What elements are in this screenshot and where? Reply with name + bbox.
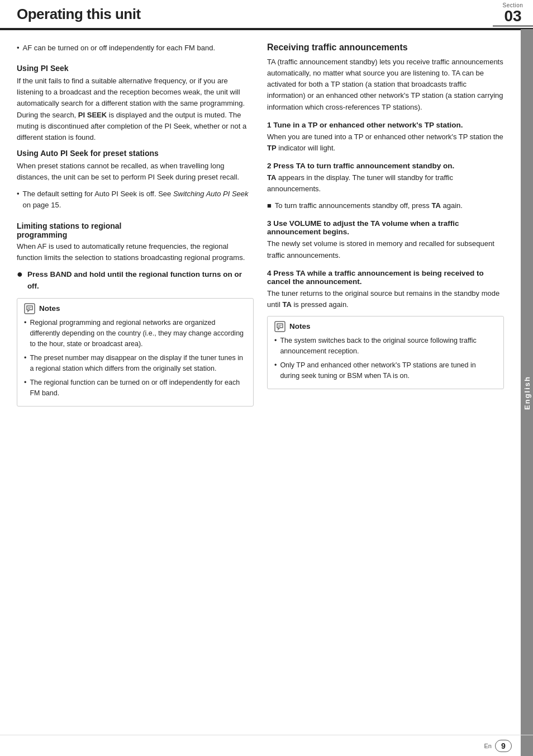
right-note-1: • The system switches back to the origin… (274, 336, 497, 357)
right-notes-list: • The system switches back to the origin… (274, 336, 497, 382)
step3-body: The newly set volume is stored in memory… (267, 238, 504, 261)
left-column: • AF can be turned on or off independent… (17, 42, 254, 728)
auto-pi-heading: Using Auto PI Seek for preset stations (17, 149, 254, 158)
right-note-2-text: Only TP and enhanced other network's TP … (280, 360, 497, 382)
right-notes-box: Notes • The system switches back to the … (267, 316, 504, 390)
step4-body: The tuner returns to the original source… (267, 288, 504, 310)
left-note-3-text: The regional function can be turned on o… (30, 377, 246, 399)
left-note-1: • Regional programming and regional netw… (24, 318, 246, 350)
left-notes-label: Notes (39, 304, 60, 313)
step2-bullet-text: To turn traffic announcements standby of… (275, 200, 463, 211)
step2-body1: appears in the display. The tuner will s… (267, 173, 453, 193)
footer-en-label: En (484, 743, 492, 749)
left-note-2-text: The preset number may disappear on the d… (30, 353, 246, 375)
right-note-1-text: The system switches back to the original… (280, 336, 497, 357)
step3-heading: 3 Use VOLUME to adjust the TA volume whe… (267, 219, 504, 236)
language-label: English (523, 376, 531, 410)
af-note: • AF can be turned on or off independent… (17, 42, 254, 54)
right-column: Receiving traffic announcements TA (traf… (267, 42, 504, 728)
page-title: Operating this unit (17, 6, 141, 23)
step1-body2: indicator will light. (277, 144, 336, 152)
right-note-2: • Only TP and enhanced other network's T… (274, 360, 497, 382)
auto-pi-bullet-sym: • (17, 188, 20, 211)
header-line (0, 29, 521, 30)
receiving-heading: Receiving traffic announcements (267, 42, 504, 53)
step4-bold: TA (282, 300, 291, 309)
right-notes-label: Notes (289, 322, 311, 330)
header: Operating this unit Section 03 (0, 0, 533, 29)
auto-pi-bullet: • The default setting for Auto PI Seek i… (17, 188, 254, 211)
left-note-1-text: Regional programming and regional networ… (30, 318, 246, 350)
limiting-action: ● Press BAND and hold until the regional… (17, 269, 254, 292)
step2-bullet: ■ To turn traffic announcements standby … (267, 200, 504, 211)
notes-icon-right (274, 321, 285, 332)
limiting-action-text: Press BAND and hold until the regional f… (27, 269, 254, 292)
af-bullet: • (17, 42, 20, 54)
step2-heading: 2 Press TA to turn traffic announcement … (267, 162, 504, 170)
section-number: 03 (504, 8, 521, 24)
limiting-body: When AF is used to automatically retune … (17, 241, 254, 263)
right-notes-header: Notes (274, 321, 497, 332)
main-content: • AF can be turned on or off independent… (0, 32, 521, 734)
language-sidebar: English (521, 29, 533, 756)
step2-body: TA appears in the display. The tuner wil… (267, 172, 504, 195)
auto-pi-body: When preset stations cannot be recalled,… (17, 160, 254, 183)
limiting-heading: Limiting stations to regionalprogramming (17, 221, 254, 239)
section-divider (493, 25, 533, 27)
step4-body2: is pressed again. (292, 300, 349, 309)
step4-heading: 4 Press TA while a traffic announcement … (267, 269, 504, 286)
step1-bold: TP (267, 144, 277, 152)
left-note-3: • The regional function can be turned on… (24, 377, 246, 399)
step1-heading: 1 Tune in a TP or enhanced other network… (267, 121, 504, 129)
section-badge: Section 03 (493, 0, 533, 27)
af-note-text: AF can be turned on or off independently… (23, 42, 215, 54)
left-notes-list: • Regional programming and regional netw… (24, 318, 246, 399)
step1-body1: When you are tuned into a TP or enhanced… (267, 133, 503, 141)
left-note-2: • The preset number may disappear on the… (24, 353, 246, 375)
limiting-bullet-sym: ● (17, 269, 23, 292)
left-notes-header: Notes (24, 303, 246, 314)
pi-seek-heading: Using PI Seek (17, 64, 254, 73)
receiving-body: TA (traffic announcement standby) lets y… (267, 56, 504, 113)
footer-page-number: 9 (495, 740, 512, 752)
left-notes-box: Notes • Regional programming and regiona… (17, 298, 254, 407)
notes-icon-left (24, 303, 35, 314)
pi-seek-body: If the unit fails to find a suitable alt… (17, 75, 254, 143)
auto-pi-bullet-text: The default setting for Auto PI Seek is … (23, 188, 254, 211)
step1-body: When you are tuned into a TP or enhanced… (267, 131, 504, 154)
pi-seek-bold: PI SEEK (78, 111, 107, 119)
step2-ta1: TA (267, 173, 276, 182)
footer: En 9 (0, 735, 533, 756)
